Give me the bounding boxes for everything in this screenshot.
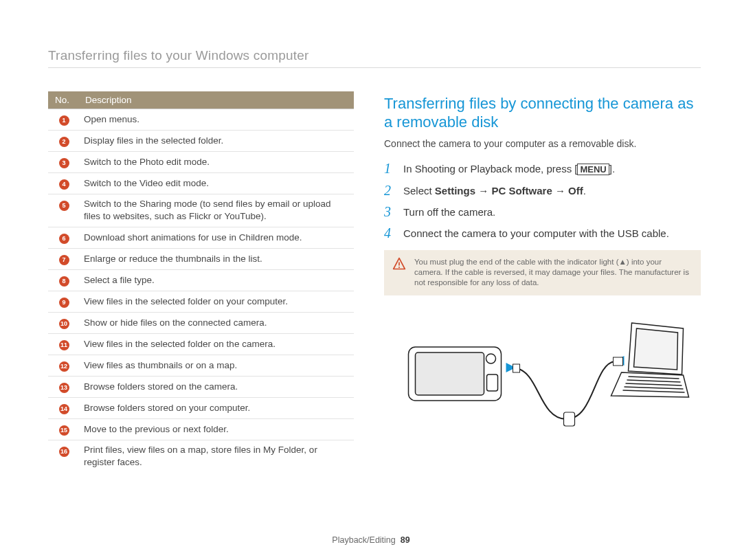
table-row: 4Switch to the Video edit mode. bbox=[48, 173, 354, 194]
step-2: 2 Select Settings → PC Software → Off. bbox=[384, 183, 701, 198]
row-number-cell: 15 bbox=[48, 419, 78, 440]
arrow-icon: → bbox=[552, 185, 568, 197]
step-text: In Shooting or Playback mode, press [MEN… bbox=[403, 161, 701, 177]
row-description: Switch to the Photo edit mode. bbox=[78, 152, 354, 173]
arrow-icon: → bbox=[475, 185, 491, 197]
row-description: Move to the previous or next folder. bbox=[78, 419, 354, 440]
number-badge: 4 bbox=[59, 179, 69, 190]
row-number-cell: 10 bbox=[48, 313, 78, 334]
row-description: Browse folders stored on your computer. bbox=[78, 398, 354, 419]
path-pcsoftware: PC Software bbox=[491, 185, 552, 197]
number-badge: 6 bbox=[59, 234, 69, 244]
section-intro: Connect the camera to your computer as a… bbox=[384, 138, 701, 149]
row-description: View files in the selected folder on the… bbox=[78, 334, 354, 355]
step-4: 4 Connect the camera to your computer wi… bbox=[384, 226, 701, 240]
svg-point-1 bbox=[398, 267, 400, 268]
table-row: 9View files in the selected folder on yo… bbox=[48, 291, 354, 313]
number-badge: 14 bbox=[59, 404, 69, 414]
row-description: Display files in the selected folder. bbox=[78, 131, 354, 152]
row-description: Open menus. bbox=[78, 109, 354, 131]
number-badge: 10 bbox=[59, 319, 69, 329]
table-row: 2Display files in the selected folder. bbox=[48, 131, 354, 152]
row-number-cell: 11 bbox=[48, 334, 78, 355]
row-description: Show or hide files on the connected came… bbox=[78, 313, 354, 334]
row-number-cell: 13 bbox=[48, 377, 78, 398]
menu-key: MENU bbox=[577, 164, 609, 175]
warning-icon bbox=[392, 257, 406, 271]
page-title: Transferring files to your Windows compu… bbox=[48, 48, 701, 68]
table-row: 16Print files, view files on a map, stor… bbox=[48, 440, 354, 473]
number-badge: 9 bbox=[59, 298, 69, 308]
svg-point-4 bbox=[486, 354, 496, 363]
th-description: Description bbox=[78, 91, 354, 109]
two-column-layout: No. Description 1Open menus.2Display fil… bbox=[48, 91, 701, 473]
row-number-cell: 14 bbox=[48, 398, 78, 419]
table-row: 14Browse folders stored on your computer… bbox=[48, 398, 354, 419]
table-row: 11View files in the selected folder on t… bbox=[48, 334, 354, 355]
table-row: 8Select a file type. bbox=[48, 270, 354, 291]
table-row: 13Browse folders stored on the camera. bbox=[48, 377, 354, 398]
number-badge: 1 bbox=[59, 115, 69, 126]
row-number-cell: 8 bbox=[48, 270, 78, 291]
step-text: Select Settings → PC Software → Off. bbox=[403, 183, 701, 198]
row-description: View files as thumbnails or on a map. bbox=[78, 355, 354, 377]
step-text-pre: In Shooting or Playback mode, press [ bbox=[403, 163, 577, 175]
row-number-cell: 7 bbox=[48, 249, 78, 270]
svg-rect-9 bbox=[564, 412, 575, 426]
number-badge: 8 bbox=[59, 276, 69, 287]
manual-page: Transferring files to your Windows compu… bbox=[0, 0, 742, 560]
row-description: Switch to the Video edit mode. bbox=[78, 173, 354, 194]
row-description: Browse folders stored on the camera. bbox=[78, 377, 354, 398]
svg-rect-5 bbox=[487, 374, 498, 391]
row-number-cell: 6 bbox=[48, 227, 78, 249]
step-number: 4 bbox=[384, 226, 394, 240]
row-number-cell: 1 bbox=[48, 109, 78, 131]
table-row: 7Enlarge or reduce the thumbnails in the… bbox=[48, 249, 354, 270]
row-number-cell: 2 bbox=[48, 131, 78, 152]
left-column: No. Description 1Open menus.2Display fil… bbox=[48, 91, 354, 473]
number-badge: 13 bbox=[59, 383, 69, 393]
right-column: Transferring files by connecting the cam… bbox=[384, 91, 701, 473]
step-number: 3 bbox=[384, 205, 394, 219]
step-select-label: Select bbox=[403, 185, 435, 197]
th-no: No. bbox=[48, 91, 78, 109]
row-number-cell: 4 bbox=[48, 173, 78, 194]
number-badge: 11 bbox=[59, 340, 69, 350]
table-row: 3Switch to the Photo edit mode. bbox=[48, 152, 354, 173]
row-number-cell: 5 bbox=[48, 194, 78, 227]
warning-text: You must plug the end of the cable with … bbox=[414, 257, 691, 288]
number-badge: 7 bbox=[59, 255, 69, 265]
table-row: 1Open menus. bbox=[48, 109, 354, 131]
row-number-cell: 16 bbox=[48, 440, 78, 473]
connection-illustration bbox=[384, 309, 701, 433]
number-badge: 16 bbox=[59, 447, 69, 457]
row-description: Switch to the Sharing mode (to send file… bbox=[78, 194, 354, 227]
warning-note: You must plug the end of the cable with … bbox=[384, 250, 701, 295]
section-heading: Transferring files by connecting the cam… bbox=[384, 94, 701, 131]
path-off: Off bbox=[568, 185, 583, 197]
row-description: Select a file type. bbox=[78, 270, 354, 291]
step-text: Connect the camera to your computer with… bbox=[403, 226, 701, 240]
number-badge: 2 bbox=[59, 137, 69, 147]
number-badge: 15 bbox=[59, 425, 69, 436]
step-number: 2 bbox=[384, 183, 394, 198]
step-3: 3 Turn off the camera. bbox=[384, 205, 701, 219]
svg-rect-10 bbox=[614, 357, 623, 366]
step-text: Turn off the camera. bbox=[403, 205, 701, 219]
steps-list: 1 In Shooting or Playback mode, press [M… bbox=[384, 161, 701, 240]
row-number-cell: 12 bbox=[48, 355, 78, 377]
svg-marker-12 bbox=[634, 328, 678, 370]
table-row: 6Download short animations for use in Ch… bbox=[48, 227, 354, 249]
page-footer: Playback/Editing 89 bbox=[0, 535, 742, 545]
row-description: Print files, view files on a map, store … bbox=[78, 440, 354, 473]
row-description: View files in the selected folder on you… bbox=[78, 291, 354, 313]
table-row: 15Move to the previous or next folder. bbox=[48, 419, 354, 440]
row-description: Download short animations for use in Chi… bbox=[78, 227, 354, 249]
row-number-cell: 3 bbox=[48, 152, 78, 173]
description-table: No. Description 1Open menus.2Display fil… bbox=[48, 91, 354, 473]
number-badge: 5 bbox=[59, 201, 69, 211]
step-number: 1 bbox=[384, 161, 394, 177]
step-1: 1 In Shooting or Playback mode, press [M… bbox=[384, 161, 701, 177]
svg-rect-3 bbox=[416, 352, 484, 395]
number-badge: 3 bbox=[59, 158, 69, 168]
